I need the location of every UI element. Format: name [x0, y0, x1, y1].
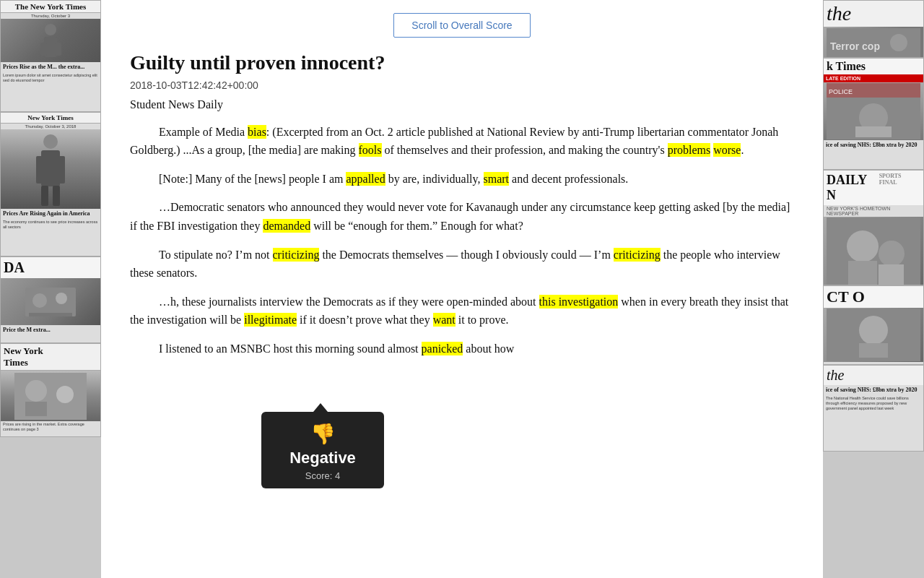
svg-point-20 [890, 34, 907, 51]
svg-point-17 [56, 386, 74, 403]
np-masthead-1: The New York Times [1, 1, 100, 13]
np-right-photo-2: POLICE [827, 83, 920, 139]
highlight-illegitimate: illegitimate [244, 313, 297, 327]
highlight-investigation: this investigation [539, 295, 619, 309]
highlight-criticizing-1: criticizing [273, 248, 320, 262]
svg-rect-6 [36, 156, 43, 184]
photo-person-icon [38, 21, 64, 61]
article-date: 2018-10-03T12:42:42+00:00 [130, 79, 794, 91]
svg-rect-13 [29, 313, 72, 316]
svg-text:Terror cop: Terror cop [830, 40, 880, 52]
svg-point-29 [879, 241, 905, 267]
article-paragraph-1: Example of Media bias: (Excerpted from a… [130, 123, 794, 160]
highlight-criticizing-2: criticizing [614, 248, 661, 262]
article-paragraph-5: …h, these journalists interview the Demo… [130, 293, 794, 329]
np-masthead-3: DA [1, 257, 100, 278]
highlight-panicked: panicked [422, 342, 463, 355]
highlight-want: want [433, 313, 456, 327]
svg-point-4 [43, 134, 58, 149]
tooltip-label: Negative [271, 449, 374, 467]
np-right-masthead-2: k Times [824, 59, 923, 74]
sentiment-tooltip: 👎 Negative Score: 4 [261, 412, 384, 488]
tooltip-arrow [313, 403, 328, 412]
score-value: 4 [335, 470, 340, 481]
svg-rect-30 [879, 264, 904, 285]
article-paragraph-6: I listened to an MSNBC host this morning… [130, 340, 794, 358]
highlight-appalled: appalled [346, 172, 385, 186]
right-newspaper-panel: the Terror cop k Times LATE EDITION POLI… [823, 0, 924, 578]
highlight-bias: bias [248, 125, 266, 139]
article-body: Example of Media bias: (Excerpted from a… [130, 123, 794, 358]
np-right-masthead-1: the [824, 1, 923, 27]
article-paragraph-4: To sti​pulate no? I’m not criticizing th… [130, 246, 794, 282]
svg-rect-25 [855, 126, 892, 137]
article-paragraph-3: …Democratic senators who announced they … [130, 198, 794, 235]
svg-point-0 [45, 24, 56, 35]
np-right-photo-4 [827, 309, 920, 361]
np-right-headline-5: ice of saving NHS: £8bn xtra by 2020 [824, 385, 923, 395]
np-right-headline-2: ice of saving NHS: £8bn xtra by 2020 [824, 140, 923, 150]
np-headline-3: Price the M extra... [1, 325, 100, 335]
np-right-masthead-3: DAILY N SPORTS FINAL [824, 171, 923, 205]
officer-photo-icon [32, 131, 69, 207]
np-red-bar-1: LATE EDITION [824, 74, 923, 82]
scroll-to-score-button[interactable]: Scroll to Overall Score [393, 13, 530, 38]
tooltip-score: Score: 4 [271, 470, 374, 481]
score-label: Score: [305, 470, 333, 481]
svg-point-12 [56, 293, 67, 304]
svg-rect-28 [848, 261, 877, 285]
highlight-fools: fools [359, 143, 382, 157]
np-masthead-4: New YorkTimes [1, 344, 100, 371]
svg-rect-7 [58, 156, 65, 184]
svg-rect-33 [859, 343, 888, 358]
negative-icon: 👎 [271, 422, 374, 446]
highlight-smart: smart [484, 172, 510, 186]
svg-rect-16 [25, 402, 47, 416]
svg-rect-5 [41, 150, 60, 186]
article-paragraph-2: [Note:] Many of the [news] people I am a… [130, 170, 794, 189]
np-right-photo-3 [827, 217, 920, 285]
svg-rect-2 [40, 43, 47, 56]
highlight-worse: worse [713, 143, 741, 157]
main-content-area: Scroll to Overall Score Guilty until pro… [101, 0, 823, 578]
np-headline-1: Prices Rise as the M... the extra... [1, 62, 100, 72]
highlight-problems: problems [668, 143, 711, 157]
left-newspaper-panel: The New York Times Thursday, October 3 P… [0, 0, 101, 578]
np-headline-2: Prices Are Rising Again in America [1, 209, 100, 219]
svg-point-32 [859, 316, 888, 345]
svg-rect-9 [53, 186, 60, 206]
svg-point-11 [32, 293, 47, 308]
highlight-demanded: demanded [263, 219, 310, 233]
scroll-btn-container: Scroll to Overall Score [130, 13, 794, 38]
np-right-photo-1: Terror cop [827, 28, 920, 59]
np-masthead-2: New York Times [1, 113, 100, 124]
svg-rect-3 [55, 43, 61, 56]
np-photo-icon-4 [14, 373, 87, 420]
article-title: Guilty until proven innocent? [130, 51, 794, 75]
np-photo-icon-3 [22, 280, 79, 324]
svg-point-27 [847, 230, 879, 262]
svg-text:POLICE: POLICE [829, 88, 853, 95]
np-right-masthead-5: the [824, 366, 923, 385]
article-source: Student News Daily [130, 98, 794, 111]
np-right-masthead-4: CT O [824, 286, 923, 308]
svg-rect-8 [41, 186, 48, 206]
svg-point-15 [25, 380, 47, 402]
